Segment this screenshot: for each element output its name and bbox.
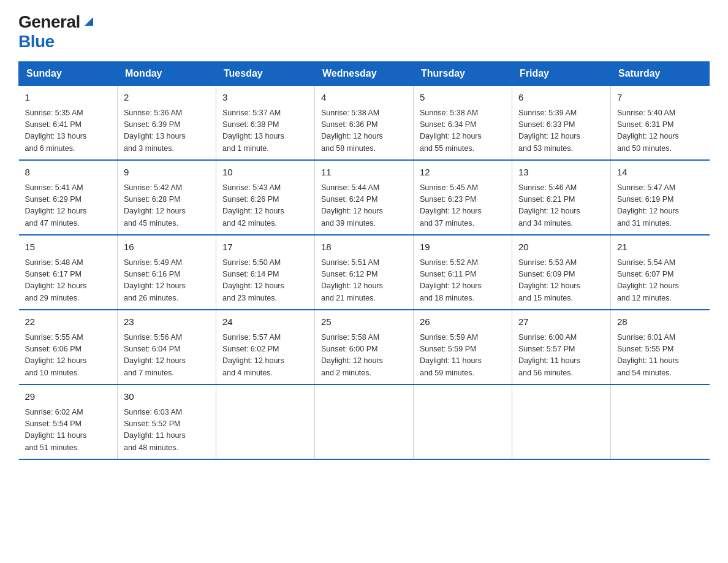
empty-cell-w4-4 bbox=[414, 385, 512, 459]
weekday-header-sunday: Sunday bbox=[19, 62, 118, 86]
calendar-day-8: 8Sunrise: 5:41 AMSunset: 6:29 PMDaylight… bbox=[19, 160, 118, 235]
day-number: 2 bbox=[124, 91, 210, 105]
calendar-day-24: 24Sunrise: 5:57 AMSunset: 6:02 PMDayligh… bbox=[216, 310, 315, 385]
empty-cell-w4-3 bbox=[315, 385, 414, 459]
weekday-header-tuesday: Tuesday bbox=[216, 62, 315, 86]
page-header: General Blue bbox=[18, 12, 710, 52]
day-number: 7 bbox=[617, 91, 703, 105]
calendar-day-30: 30Sunrise: 6:03 AMSunset: 5:52 PMDayligh… bbox=[118, 385, 216, 459]
calendar-day-22: 22Sunrise: 5:55 AMSunset: 6:06 PMDayligh… bbox=[19, 310, 118, 385]
calendar-day-11: 11Sunrise: 5:44 AMSunset: 6:24 PMDayligh… bbox=[315, 160, 414, 235]
day-info: Sunrise: 6:03 AMSunset: 5:52 PMDaylight:… bbox=[124, 407, 210, 454]
day-number: 6 bbox=[518, 91, 604, 105]
day-info: Sunrise: 5:36 AMSunset: 6:39 PMDaylight:… bbox=[124, 107, 210, 155]
day-number: 4 bbox=[321, 91, 407, 105]
day-info: Sunrise: 5:39 AMSunset: 6:33 PMDaylight:… bbox=[518, 107, 604, 155]
day-number: 1 bbox=[25, 91, 112, 105]
calendar-week-1: 1Sunrise: 5:35 AMSunset: 6:41 PMDaylight… bbox=[19, 86, 710, 161]
day-info: Sunrise: 5:38 AMSunset: 6:36 PMDaylight:… bbox=[321, 107, 407, 155]
day-info: Sunrise: 6:02 AMSunset: 5:54 PMDaylight:… bbox=[25, 407, 112, 454]
logo-triangle-icon bbox=[82, 15, 96, 31]
day-info: Sunrise: 5:45 AMSunset: 6:23 PMDaylight:… bbox=[420, 182, 506, 230]
day-info: Sunrise: 5:51 AMSunset: 6:12 PMDaylight:… bbox=[321, 257, 407, 305]
logo: General Blue bbox=[18, 12, 96, 52]
day-info: Sunrise: 5:53 AMSunset: 6:09 PMDaylight:… bbox=[518, 257, 604, 305]
day-number: 27 bbox=[518, 315, 604, 329]
calendar-day-17: 17Sunrise: 5:50 AMSunset: 6:14 PMDayligh… bbox=[216, 235, 315, 310]
calendar-day-4: 4Sunrise: 5:38 AMSunset: 6:36 PMDaylight… bbox=[315, 86, 414, 161]
day-info: Sunrise: 5:43 AMSunset: 6:26 PMDaylight:… bbox=[222, 182, 308, 230]
empty-cell-w4-2 bbox=[216, 385, 315, 459]
calendar-week-4: 22Sunrise: 5:55 AMSunset: 6:06 PMDayligh… bbox=[19, 310, 710, 385]
calendar-day-20: 20Sunrise: 5:53 AMSunset: 6:09 PMDayligh… bbox=[512, 235, 611, 310]
day-info: Sunrise: 5:41 AMSunset: 6:29 PMDaylight:… bbox=[25, 182, 112, 230]
calendar-day-29: 29Sunrise: 6:02 AMSunset: 5:54 PMDayligh… bbox=[19, 385, 118, 459]
calendar-day-28: 28Sunrise: 6:01 AMSunset: 5:55 PMDayligh… bbox=[611, 310, 710, 385]
day-number: 12 bbox=[420, 166, 506, 180]
calendar-day-25: 25Sunrise: 5:58 AMSunset: 6:00 PMDayligh… bbox=[315, 310, 414, 385]
day-number: 3 bbox=[222, 91, 308, 105]
day-info: Sunrise: 5:47 AMSunset: 6:19 PMDaylight:… bbox=[617, 182, 703, 230]
day-number: 26 bbox=[420, 315, 506, 329]
day-number: 11 bbox=[321, 166, 407, 180]
day-info: Sunrise: 6:00 AMSunset: 5:57 PMDaylight:… bbox=[518, 332, 604, 380]
calendar-day-10: 10Sunrise: 5:43 AMSunset: 6:26 PMDayligh… bbox=[216, 160, 315, 235]
day-number: 24 bbox=[222, 315, 308, 329]
day-info: Sunrise: 5:37 AMSunset: 6:38 PMDaylight:… bbox=[222, 107, 308, 155]
empty-cell-w4-5 bbox=[512, 385, 611, 459]
calendar-day-1: 1Sunrise: 5:35 AMSunset: 6:41 PMDaylight… bbox=[19, 86, 118, 161]
calendar-day-5: 5Sunrise: 5:38 AMSunset: 6:34 PMDaylight… bbox=[414, 86, 512, 161]
calendar-day-16: 16Sunrise: 5:49 AMSunset: 6:16 PMDayligh… bbox=[118, 235, 216, 310]
day-info: Sunrise: 5:49 AMSunset: 6:16 PMDaylight:… bbox=[124, 257, 210, 305]
calendar-body: 1Sunrise: 5:35 AMSunset: 6:41 PMDaylight… bbox=[19, 86, 710, 460]
day-number: 9 bbox=[124, 166, 210, 180]
calendar-day-14: 14Sunrise: 5:47 AMSunset: 6:19 PMDayligh… bbox=[611, 160, 710, 235]
calendar-day-18: 18Sunrise: 5:51 AMSunset: 6:12 PMDayligh… bbox=[315, 235, 414, 310]
day-number: 20 bbox=[518, 240, 604, 255]
day-info: Sunrise: 5:38 AMSunset: 6:34 PMDaylight:… bbox=[420, 107, 506, 155]
day-info: Sunrise: 5:35 AMSunset: 6:41 PMDaylight:… bbox=[25, 107, 112, 155]
day-info: Sunrise: 5:59 AMSunset: 5:59 PMDaylight:… bbox=[420, 332, 506, 380]
day-number: 17 bbox=[222, 240, 308, 255]
calendar-day-15: 15Sunrise: 5:48 AMSunset: 6:17 PMDayligh… bbox=[19, 235, 118, 310]
day-info: Sunrise: 5:54 AMSunset: 6:07 PMDaylight:… bbox=[617, 257, 703, 305]
day-number: 8 bbox=[25, 166, 112, 180]
calendar-week-3: 15Sunrise: 5:48 AMSunset: 6:17 PMDayligh… bbox=[19, 235, 710, 310]
logo-blue-text: Blue bbox=[18, 32, 55, 51]
day-number: 15 bbox=[25, 240, 112, 255]
day-number: 23 bbox=[124, 315, 210, 329]
day-number: 19 bbox=[420, 240, 506, 255]
weekday-header-friday: Friday bbox=[512, 62, 611, 86]
day-info: Sunrise: 5:52 AMSunset: 6:11 PMDaylight:… bbox=[420, 257, 506, 305]
day-number: 28 bbox=[617, 315, 703, 329]
day-info: Sunrise: 5:57 AMSunset: 6:02 PMDaylight:… bbox=[222, 332, 308, 380]
day-info: Sunrise: 5:56 AMSunset: 6:04 PMDaylight:… bbox=[124, 332, 210, 380]
day-number: 16 bbox=[124, 240, 210, 255]
day-number: 14 bbox=[617, 166, 703, 180]
calendar-week-2: 8Sunrise: 5:41 AMSunset: 6:29 PMDaylight… bbox=[19, 160, 710, 235]
day-number: 18 bbox=[321, 240, 407, 255]
calendar-header: SundayMondayTuesdayWednesdayThursdayFrid… bbox=[19, 62, 710, 86]
day-number: 21 bbox=[617, 240, 703, 255]
day-info: Sunrise: 5:50 AMSunset: 6:14 PMDaylight:… bbox=[222, 257, 308, 305]
weekday-header-wednesday: Wednesday bbox=[315, 62, 414, 86]
day-number: 30 bbox=[124, 390, 210, 404]
calendar-day-26: 26Sunrise: 5:59 AMSunset: 5:59 PMDayligh… bbox=[414, 310, 512, 385]
calendar-week-5: 29Sunrise: 6:02 AMSunset: 5:54 PMDayligh… bbox=[19, 385, 710, 459]
weekday-header-monday: Monday bbox=[118, 62, 216, 86]
logo-general-text: General bbox=[18, 12, 80, 32]
calendar-day-23: 23Sunrise: 5:56 AMSunset: 6:04 PMDayligh… bbox=[118, 310, 216, 385]
day-info: Sunrise: 6:01 AMSunset: 5:55 PMDaylight:… bbox=[617, 332, 703, 380]
day-info: Sunrise: 5:42 AMSunset: 6:28 PMDaylight:… bbox=[124, 182, 210, 230]
calendar-day-27: 27Sunrise: 6:00 AMSunset: 5:57 PMDayligh… bbox=[512, 310, 611, 385]
calendar-day-9: 9Sunrise: 5:42 AMSunset: 6:28 PMDaylight… bbox=[118, 160, 216, 235]
day-info: Sunrise: 5:40 AMSunset: 6:31 PMDaylight:… bbox=[617, 107, 703, 155]
calendar-day-6: 6Sunrise: 5:39 AMSunset: 6:33 PMDaylight… bbox=[512, 86, 611, 161]
weekday-header-row: SundayMondayTuesdayWednesdayThursdayFrid… bbox=[19, 62, 710, 86]
day-info: Sunrise: 5:44 AMSunset: 6:24 PMDaylight:… bbox=[321, 182, 407, 230]
empty-cell-w4-6 bbox=[611, 385, 710, 459]
weekday-header-saturday: Saturday bbox=[611, 62, 710, 86]
day-info: Sunrise: 5:55 AMSunset: 6:06 PMDaylight:… bbox=[25, 332, 112, 380]
calendar-day-2: 2Sunrise: 5:36 AMSunset: 6:39 PMDaylight… bbox=[118, 86, 216, 161]
calendar-day-12: 12Sunrise: 5:45 AMSunset: 6:23 PMDayligh… bbox=[414, 160, 512, 235]
